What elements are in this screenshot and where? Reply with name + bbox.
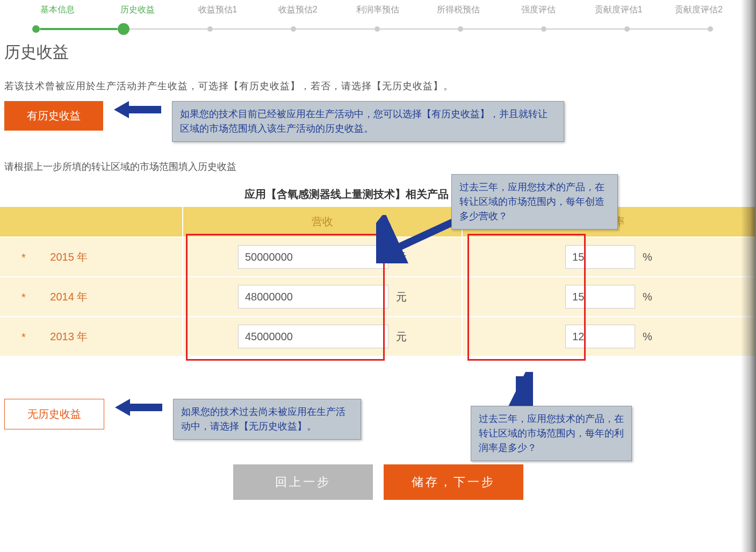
required-mark: * xyxy=(21,331,26,343)
step-dot xyxy=(375,26,380,32)
step-dot-current xyxy=(118,23,129,35)
step-label: 利润率预估 xyxy=(356,5,399,14)
unit-label: % xyxy=(643,291,652,303)
required-mark: * xyxy=(21,252,26,264)
no-history-row: 无历史收益 如果您的技术过去尚未被应用在生产活动中，请选择【无历史收益】。 xyxy=(0,396,756,443)
tooltip-text: 过去三年，应用您技术的产品，在转让区域的市场范围内，每年创造多少营收？ xyxy=(451,174,618,230)
has-history-button[interactable]: 有历史收益 xyxy=(4,101,103,131)
annotation-arrow xyxy=(115,399,162,416)
step-label: 贡献度评估2 xyxy=(675,5,723,14)
track-segment xyxy=(380,28,458,30)
year-cell: * 2014 年 xyxy=(0,277,183,317)
track-segment xyxy=(213,28,291,30)
track-segment xyxy=(129,28,207,30)
annotation-tooltip-no-history: 如果您的技术过去尚未被应用在生产活动中，请选择【无历史收益】。 xyxy=(173,399,361,440)
step-label: 所得税预估 xyxy=(437,5,480,14)
step-contrib2[interactable]: 贡献度评估2 xyxy=(659,4,739,16)
has-history-row: 有历史收益 如果您的技术目前已经被应用在生产活动中，您可以选择【有历史收益】，并… xyxy=(0,98,756,145)
annotation-arrow-revenue xyxy=(376,215,462,263)
step-dot xyxy=(458,26,463,32)
unit-label: 元 xyxy=(396,290,407,304)
year-label: 2013 年 xyxy=(50,331,88,342)
track-segment xyxy=(630,28,708,30)
step-dot xyxy=(624,26,630,32)
step-dot xyxy=(708,26,713,32)
no-history-button[interactable]: 无历史收益 xyxy=(4,399,104,429)
unit-label: 元 xyxy=(396,329,407,344)
highlight-revenue-column xyxy=(186,234,385,361)
annotation-tooltip-has-history: 如果您的技术目前已经被应用在生产活动中，您可以选择【有历史收益】，并且就转让区域… xyxy=(172,101,564,142)
step-label: 历史收益 xyxy=(120,5,155,14)
unit-label: % xyxy=(643,251,652,263)
step-label: 贡献度评估1 xyxy=(595,5,643,14)
stepper: 基本信息 历史收益 收益预估1 收益预估2 利润率预估 所得税预估 强度评估 贡… xyxy=(0,0,756,24)
step-dot xyxy=(541,26,546,32)
step-contrib1[interactable]: 贡献度评估1 xyxy=(579,4,659,16)
track-segment xyxy=(546,28,624,30)
step-profit-est[interactable]: 利润率预估 xyxy=(338,4,418,16)
annotation-tooltip-revenue: 过去三年，应用您技术的产品，在转让区域的市场范围内，每年创造多少营收？ xyxy=(451,174,618,230)
step-income-est2[interactable]: 收益预估2 xyxy=(258,4,338,16)
year-cell: * 2013 年 xyxy=(0,317,183,356)
step-label: 强度评估 xyxy=(521,5,556,14)
annotation-arrow-profit xyxy=(506,372,533,410)
year-cell: * 2015 年 xyxy=(0,237,183,277)
track-segment xyxy=(296,28,374,30)
stepper-track xyxy=(32,28,713,30)
annotation-tooltip-profit: 过去三年，应用您技术的产品，在转让区域的市场范围内，每年的利润率是多少？ xyxy=(471,406,632,461)
tooltip-text: 过去三年，应用您技术的产品，在转让区域的市场范围内，每年的利润率是多少？ xyxy=(471,406,632,461)
step-basic-info[interactable]: 基本信息 xyxy=(17,4,97,16)
year-label: 2015 年 xyxy=(50,251,88,263)
highlight-profit-column xyxy=(467,234,586,361)
step-label: 收益预估1 xyxy=(198,5,237,14)
step-history-income[interactable]: 历史收益 xyxy=(97,4,177,16)
section-heading: 应用【含氧感测器线上量测技术】相关产品 / 服务产生的 xyxy=(0,177,756,205)
instruction-text-2: 请根据上一步所填的转让区域的市场范围填入历史收益 xyxy=(0,145,756,177)
table-header-year xyxy=(0,207,183,237)
svg-line-1 xyxy=(387,220,457,253)
save-next-button[interactable]: 储存，下一步 xyxy=(384,464,523,500)
instruction-text: 若该技术曾被应用於生产活动并产生收益，可选择【有历史收益】，若否，请选择【无历史… xyxy=(0,69,756,98)
required-mark: * xyxy=(21,291,26,304)
track-segment xyxy=(40,28,118,30)
unit-label: % xyxy=(643,331,652,343)
step-strength[interactable]: 强度评估 xyxy=(498,4,578,16)
step-label: 基本信息 xyxy=(40,5,75,14)
footer-buttons: 回上一步 储存，下一步 xyxy=(0,443,756,511)
prev-button[interactable]: 回上一步 xyxy=(233,464,373,500)
year-label: 2014 年 xyxy=(50,291,88,303)
step-tax-est[interactable]: 所得税预估 xyxy=(418,4,498,16)
step-dot xyxy=(32,25,40,33)
step-income-est1[interactable]: 收益预估1 xyxy=(177,4,257,16)
step-label: 收益预估2 xyxy=(278,5,318,14)
annotation-arrow xyxy=(114,101,161,118)
track-segment xyxy=(463,28,541,30)
